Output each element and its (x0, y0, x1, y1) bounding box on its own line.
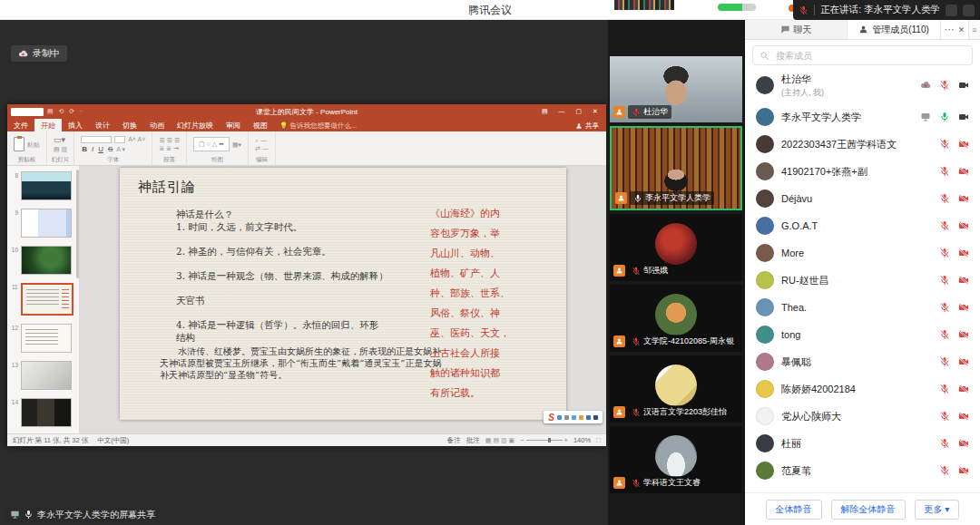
recording-badge[interactable]: 录制中 (11, 45, 67, 62)
ppt-tellme[interactable]: 💡 告诉我您想要做什么... (274, 120, 362, 131)
view-buttons[interactable]: ▦ ▤ ▥ ▣ (485, 437, 514, 443)
fit-to-window-icon[interactable]: ⛶ (596, 437, 601, 443)
slide-thumbnail[interactable]: 10 (9, 246, 74, 275)
mic-muted-icon[interactable] (939, 411, 950, 422)
ppt-tab-开始[interactable]: 开始 (34, 119, 62, 131)
member-row[interactable]: 李永平文学人类学 (745, 103, 980, 131)
panel-more-button[interactable]: ⋯ (945, 24, 955, 35)
ppt-tab-切换[interactable]: 切换 (116, 119, 143, 131)
notes-button[interactable]: 备注 (447, 436, 461, 445)
mic-muted-icon[interactable] (939, 465, 950, 476)
member-row[interactable]: 杜丽 (745, 430, 980, 457)
panel-close-button[interactable]: ✕ (958, 25, 965, 34)
sogou-logo[interactable]: S (548, 413, 554, 423)
slide-thumbnail[interactable]: 14 (9, 398, 74, 427)
mic-muted-icon[interactable] (939, 220, 950, 231)
screen-share-icon[interactable] (920, 112, 931, 122)
member-row[interactable]: More (745, 239, 980, 267)
member-row[interactable]: Thea. (745, 294, 980, 321)
bold-button[interactable]: B (81, 145, 88, 153)
font-name-box[interactable] (81, 136, 112, 143)
volume-indicator[interactable] (718, 4, 756, 11)
ppt-tab-视图[interactable]: 视图 (247, 119, 274, 131)
slide-thumbnail[interactable]: 12 (9, 324, 74, 353)
video-tile[interactable]: 杜治华 (610, 56, 742, 122)
mic-muted-icon[interactable] (939, 438, 950, 449)
mic-muted-icon[interactable] (939, 329, 950, 340)
member-search-box[interactable] (752, 45, 973, 65)
video-tile[interactable]: 邹强娥 (610, 214, 742, 281)
camera-on-icon[interactable] (958, 80, 969, 91)
member-row[interactable]: Déjàvu (745, 185, 980, 212)
member-row[interactable]: tong (745, 321, 980, 348)
mic-muted-icon[interactable] (939, 166, 950, 177)
camera-muted-icon[interactable] (958, 411, 969, 422)
ribbon-group-font[interactable]: A˄ A˅ B I U S A ▾ 字体 (74, 131, 152, 165)
camera-muted-icon[interactable] (958, 384, 969, 394)
camera-on-icon[interactable] (958, 112, 969, 122)
underline-button[interactable]: U (97, 145, 104, 153)
ppt-window-controls[interactable]: ▤ — ▢ ✕ (542, 108, 603, 115)
tab-manage-members[interactable]: 管理成员(110) (847, 20, 941, 39)
slide-thumbnail[interactable]: 11 (9, 283, 74, 316)
member-row[interactable]: 41902170+张燕+副 (745, 158, 980, 185)
camera-muted-icon[interactable] (958, 329, 969, 340)
zoom-slider[interactable]: −+ (520, 436, 568, 444)
more-button[interactable]: 更多 ▾ (915, 500, 960, 520)
sogou-tool-icons[interactable] (557, 415, 598, 420)
video-tile[interactable]: 文学院-42102085-周永银 (610, 285, 742, 352)
camera-muted-icon[interactable] (958, 166, 969, 177)
paste-icon[interactable] (14, 137, 24, 151)
ppt-quick-access-box[interactable] (11, 108, 44, 116)
strikethrough-button[interactable]: S (107, 145, 113, 153)
ribbon-group-paragraph[interactable]: ☰ ☰ ☰ ≣ ≣ ⇥ 段落 (152, 131, 187, 165)
camera-muted-icon[interactable] (958, 438, 969, 449)
sogou-input-toolbar[interactable]: S (544, 411, 603, 423)
mic-muted-icon[interactable] (939, 302, 950, 313)
panel-drag-handle[interactable]: ≡ (968, 20, 980, 39)
camera-muted-icon[interactable] (958, 302, 969, 313)
camera-muted-icon[interactable] (958, 356, 969, 367)
mic-muted-icon[interactable] (939, 139, 950, 150)
ppt-tab-审阅[interactable]: 审阅 (220, 119, 247, 131)
ppt-tab-动画[interactable]: 动画 (143, 119, 171, 131)
mic-muted-icon[interactable] (939, 356, 950, 367)
camera-muted-icon[interactable] (958, 275, 969, 286)
search-input[interactable] (774, 50, 965, 62)
slide-thumbnail[interactable]: 9 (9, 209, 74, 238)
italic-button[interactable]: I (91, 145, 94, 153)
language-indicator[interactable]: 中文(中国) (97, 436, 129, 445)
member-row[interactable]: 暴佩聪 (745, 348, 980, 375)
font-size-box[interactable] (114, 136, 125, 143)
member-row[interactable]: 2022303437王茜学科语文 (745, 131, 980, 158)
ribbon-group-slides[interactable]: ▭▾▤ ▥ 幻灯片 (47, 131, 74, 165)
ppt-quick-access-icons[interactable]: ▤ ⟲ ⟳ · (47, 108, 84, 115)
member-row[interactable]: RU-赵世昌 (745, 267, 980, 294)
ribbon-group-drawing[interactable]: ▢ ○ △ ⬌ ▦▾ 绘图 (187, 131, 249, 165)
camera-muted-icon[interactable] (958, 193, 969, 204)
ppt-tab-文件[interactable]: 文件 (7, 119, 34, 131)
member-row[interactable]: G.O.A.T (745, 212, 980, 239)
camera-muted-icon[interactable] (958, 139, 969, 150)
member-row[interactable]: 杜治华 (主持人, 我) (745, 67, 980, 103)
ribbon-group-clipboard[interactable]: 粘贴 剪贴板 (7, 131, 47, 165)
video-tile[interactable]: 汉语言文学2203彭佳怡 (610, 355, 742, 423)
thumbnail-scrollbar[interactable] (76, 170, 79, 278)
slide-thumbnail[interactable]: 8 (9, 171, 74, 200)
mic-muted-icon[interactable] (939, 384, 950, 394)
camera-muted-icon[interactable] (958, 220, 969, 231)
ribbon-group-editing[interactable]: ⌕ ― ⇄ ― 编辑 (249, 131, 276, 165)
video-tile[interactable]: 学科语文王文睿 (610, 426, 742, 493)
tab-chat[interactable]: 聊天 (745, 20, 847, 39)
ppt-tab-幻灯片放映[interactable]: 幻灯片放映 (171, 119, 220, 131)
ppt-tab-插入[interactable]: 插入 (62, 119, 89, 131)
member-row[interactable]: 党从心陕师大 (745, 403, 980, 430)
ppt-share-button[interactable]: 共享 (568, 122, 606, 131)
mic-on-icon[interactable] (939, 112, 950, 122)
unmute-all-button[interactable]: 解除全体静音 (831, 500, 906, 520)
ppt-tab-设计[interactable]: 设计 (89, 119, 116, 131)
mic-muted-icon[interactable] (939, 193, 950, 204)
video-tile[interactable]: 李永平文学人类学 (610, 126, 742, 210)
member-row[interactable]: 范夏苇 (745, 457, 980, 484)
mic-muted-icon[interactable] (939, 80, 950, 91)
